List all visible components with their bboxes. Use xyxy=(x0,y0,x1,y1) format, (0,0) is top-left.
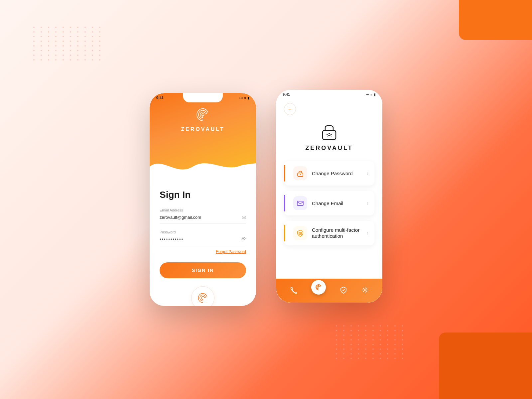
biometric-button[interactable] xyxy=(191,286,214,306)
battery-icon-2: ▮ xyxy=(374,93,376,96)
card-bar-yellow xyxy=(284,225,285,241)
svg-point-0 xyxy=(202,114,204,116)
card-bar-purple xyxy=(284,195,285,211)
fingerprint-logo-2 xyxy=(319,120,339,142)
svg-point-4 xyxy=(300,174,301,175)
phone1-header: ZEROVAULT xyxy=(150,93,256,180)
mfa-text-container: Configure multi-factorauthentication xyxy=(312,227,367,239)
battery-icon: ▮ xyxy=(247,96,249,100)
signin-title: Sign In xyxy=(160,190,246,200)
lock-icon-wrap xyxy=(293,166,307,180)
mail-icon xyxy=(297,200,304,207)
logo-container-1: ZEROVAULT xyxy=(181,106,224,132)
configure-mfa-label: Configure multi-factorauthentication xyxy=(312,227,359,239)
chevron-icon-3: › xyxy=(367,230,368,236)
app-name-1: ZEROVAULT xyxy=(181,126,224,132)
dots-pattern-bottom-right xyxy=(336,325,406,359)
nav-settings-icon[interactable] xyxy=(361,286,369,295)
mail-icon-wrap xyxy=(293,196,307,210)
svg-point-7 xyxy=(364,289,366,291)
mfa-icon-wrap xyxy=(293,226,307,240)
password-input[interactable] xyxy=(160,237,241,242)
email-input-row: ✉ xyxy=(160,214,246,223)
card-bar-red xyxy=(284,165,285,182)
status-time-1: 9:41 xyxy=(156,96,164,100)
password-label: Password xyxy=(160,230,246,234)
shield-mail-icon xyxy=(297,229,304,237)
forgot-password-container: Forgot Password xyxy=(160,248,246,254)
email-label: Email Address xyxy=(160,208,246,212)
sign-in-button[interactable]: SIGN IN xyxy=(160,262,246,278)
change-email-card[interactable]: Change Email › xyxy=(284,191,374,215)
nav-fp-svg xyxy=(315,284,322,291)
fingerprint-biometric-icon xyxy=(197,292,209,304)
configure-mfa-card[interactable]: Configure multi-factorauthentication › xyxy=(284,221,374,245)
lock-icon xyxy=(297,170,304,177)
status-bar-2: 9:41 ▪▪▪ ≈ ▮ xyxy=(283,92,376,96)
change-password-label: Change Password xyxy=(312,171,367,176)
phone2-logo: ZEROVAULT xyxy=(284,120,374,152)
svg-rect-1 xyxy=(323,130,336,140)
phone1-body: Sign In Email Address ✉ Password 👁 Forgo… xyxy=(150,186,256,306)
email-icon: ✉ xyxy=(242,214,246,220)
back-button[interactable]: ← xyxy=(284,103,296,115)
phone-settings: 9:41 ▪▪▪ ≈ ▮ ← xyxy=(276,90,382,303)
status-time-2: 9:41 xyxy=(283,92,290,96)
change-password-card[interactable]: Change Password › xyxy=(284,161,374,186)
wifi-icon-2: ≈ xyxy=(371,93,373,96)
bg-decoration-bottom xyxy=(439,332,532,399)
email-input[interactable] xyxy=(160,215,242,220)
change-email-label: Change Email xyxy=(312,200,367,206)
forgot-password-link[interactable]: Forgot Password xyxy=(216,249,246,254)
phone2-body: ← ZEROVAULT xyxy=(276,90,382,303)
phone-signin: 9:41 ▪▪▪ ≈ ▮ xyxy=(150,93,256,306)
app-name-2: ZEROVAULT xyxy=(305,145,353,152)
status-bar-1: 9:41 ▪▪▪ ≈ ▮ xyxy=(156,96,249,100)
wifi-icon: ≈ xyxy=(244,96,246,100)
nav-phone-icon[interactable] xyxy=(290,286,297,295)
status-icons-1: ▪▪▪ ≈ ▮ xyxy=(239,96,249,100)
nav-fingerprint-icon[interactable] xyxy=(311,280,326,295)
signal-icon-2: ▪▪▪ xyxy=(366,93,369,96)
bottom-nav xyxy=(276,279,382,303)
blob-wave xyxy=(150,153,256,180)
bg-decoration-top xyxy=(459,0,532,40)
back-arrow-icon: ← xyxy=(288,106,292,112)
svg-point-2 xyxy=(329,133,330,134)
password-input-row: 👁 xyxy=(160,236,246,245)
fingerprint-logo-1 xyxy=(195,106,211,123)
svg-rect-6 xyxy=(299,232,302,234)
phones-container: 9:41 ▪▪▪ ≈ ▮ xyxy=(150,93,382,306)
nav-shield-icon[interactable] xyxy=(340,286,347,295)
dots-pattern-top-left: const dotsEl = document.querySelector('.… xyxy=(33,27,103,61)
status-icons-2: ▪▪▪ ≈ ▮ xyxy=(366,93,376,96)
eye-icon[interactable]: 👁 xyxy=(241,236,246,242)
signal-icon: ▪▪▪ xyxy=(239,96,243,100)
chevron-icon-1: › xyxy=(367,171,368,176)
chevron-icon-2: › xyxy=(367,200,368,206)
svg-rect-5 xyxy=(297,201,303,205)
